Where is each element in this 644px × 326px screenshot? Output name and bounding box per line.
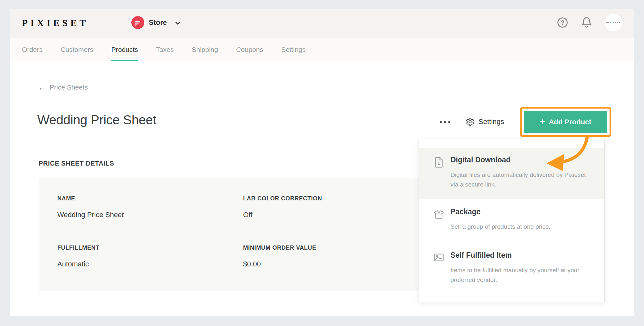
avatar[interactable]: PIXIESET bbox=[605, 14, 622, 31]
dot-icon bbox=[440, 121, 442, 123]
dot-icon bbox=[448, 121, 450, 123]
field-label: NAME bbox=[57, 195, 124, 202]
menu-item-digital-download[interactable]: Digital Download Digital files are autom… bbox=[419, 148, 604, 199]
field-lab-color-correction: LAB COLOR CORRECTION Off bbox=[243, 195, 322, 219]
image-icon bbox=[433, 252, 445, 263]
add-product-menu: Digital Download Digital files are autom… bbox=[419, 139, 605, 302]
section-heading: PRICE SHEET DETAILS bbox=[39, 160, 114, 167]
field-minimum-order-value: MINIMUM ORDER VALUE $0.00 bbox=[243, 245, 316, 268]
top-bar bbox=[10, 9, 634, 38]
field-value: $0.00 bbox=[243, 260, 316, 268]
tab-customers[interactable]: Customers bbox=[61, 38, 93, 61]
more-options-button[interactable] bbox=[439, 120, 451, 124]
pixieset-logo: PIXIESET bbox=[22, 18, 89, 28]
menu-item-package[interactable]: Package Sell a group of products at one … bbox=[419, 206, 604, 247]
tab-settings[interactable]: Settings bbox=[281, 38, 306, 61]
avatar-label: PIXIESET bbox=[606, 21, 621, 24]
package-icon bbox=[433, 208, 445, 220]
menu-item-title: Digital Download bbox=[450, 155, 594, 164]
menu-item-description: Sell a group of products at one price. bbox=[450, 222, 551, 232]
store-nav: Orders Customers Products Taxes Shipping… bbox=[10, 38, 634, 61]
field-value: Automatic bbox=[57, 260, 99, 268]
settings-label: Settings bbox=[478, 118, 504, 126]
store-switcher[interactable]: Store bbox=[149, 18, 167, 27]
add-product-label: Add Product bbox=[549, 118, 591, 126]
tab-taxes[interactable]: Taxes bbox=[156, 38, 174, 61]
help-icon[interactable]: ? bbox=[557, 17, 568, 28]
chevron-down-icon[interactable] bbox=[175, 20, 181, 26]
tab-products[interactable]: Products bbox=[111, 38, 138, 61]
field-name: NAME Wedding Price Sheet bbox=[57, 195, 124, 219]
field-label: FULFILLMENT bbox=[57, 245, 99, 251]
svg-text:?: ? bbox=[561, 19, 564, 26]
field-label: MINIMUM ORDER VALUE bbox=[243, 245, 316, 251]
settings-button[interactable]: Settings bbox=[466, 117, 504, 126]
field-value: Off bbox=[243, 211, 322, 219]
menu-item-title: Self Fulfilled Item bbox=[450, 251, 594, 260]
store-logo-icon[interactable] bbox=[131, 16, 144, 29]
field-fulfillment: FULFILLMENT Automatic bbox=[57, 245, 99, 268]
menu-item-description: Digital files are automatically delivere… bbox=[450, 170, 594, 189]
breadcrumb-label: Price Sheets bbox=[50, 83, 88, 91]
bell-icon[interactable] bbox=[581, 16, 593, 29]
field-value: Wedding Price Sheet bbox=[57, 211, 124, 219]
page-title: Wedding Price Sheet bbox=[37, 113, 156, 127]
plus-icon: + bbox=[540, 117, 545, 126]
back-arrow-icon: ← bbox=[38, 82, 46, 92]
tab-shipping[interactable]: Shipping bbox=[192, 38, 218, 61]
field-label: LAB COLOR CORRECTION bbox=[243, 195, 322, 202]
add-product-button[interactable]: + Add Product bbox=[524, 111, 607, 133]
tab-orders[interactable]: Orders bbox=[22, 38, 43, 61]
menu-item-self-fulfilled-item[interactable]: Self Fulfilled Item Items to be fulfille… bbox=[419, 249, 604, 297]
menu-item-description: Items to be fulfilled manually by yourse… bbox=[450, 265, 594, 285]
menu-item-title: Package bbox=[450, 207, 551, 216]
file-download-icon bbox=[433, 157, 445, 168]
gear-icon bbox=[466, 117, 475, 126]
tab-coupons[interactable]: Coupons bbox=[236, 38, 263, 61]
breadcrumb[interactable]: ← Price Sheets bbox=[38, 82, 88, 92]
dot-icon bbox=[444, 121, 446, 123]
